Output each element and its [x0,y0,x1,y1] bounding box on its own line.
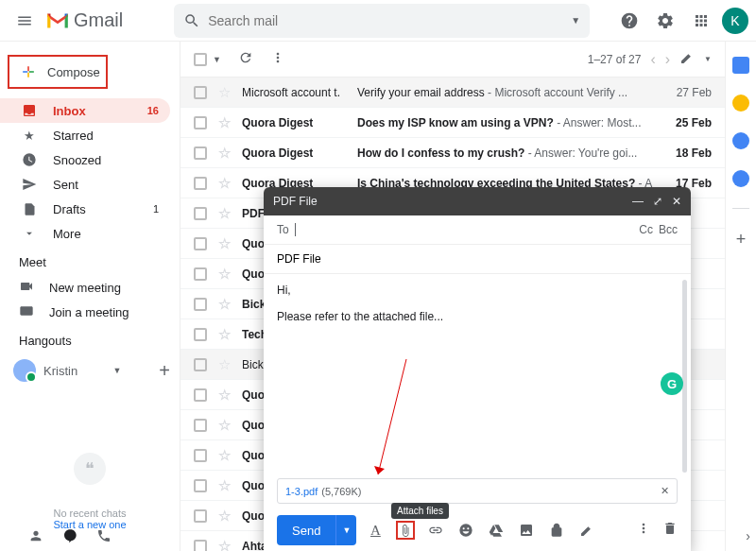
to-input[interactable] [295,223,640,236]
row-checkbox[interactable] [194,388,207,402]
row-checkbox[interactable] [194,328,207,341]
attach-files-icon[interactable] [396,521,415,540]
apps-icon[interactable] [686,6,716,36]
search-input[interactable] [208,13,571,28]
tasks-icon[interactable] [732,132,749,149]
sidebar-item-more[interactable]: More [0,221,170,246]
remove-attachment-icon[interactable]: ✕ [661,485,669,497]
image-icon[interactable] [517,521,536,540]
collapse-panel-icon[interactable]: › [746,528,750,543]
pen-icon[interactable] [577,521,596,540]
search-bar[interactable]: ▼ [174,4,590,38]
help-icon[interactable] [614,6,644,36]
cc-button[interactable]: Cc [639,223,653,236]
attachment-size: (5,769K) [321,486,361,497]
discard-icon[interactable] [662,521,678,540]
keep-icon[interactable] [732,95,749,112]
close-icon[interactable]: ✕ [672,195,681,208]
gmail-logo[interactable]: Gmail [45,9,123,31]
row-checkbox[interactable] [194,540,207,552]
scrollbar[interactable] [682,280,687,473]
next-page-icon[interactable]: › [665,51,670,68]
sidebar-item-inbox[interactable]: Inbox 16 [0,98,170,123]
row-checkbox[interactable] [194,177,207,190]
emoji-icon[interactable] [456,521,475,540]
contacts-icon[interactable] [732,170,749,187]
new-meeting[interactable]: New meeting [0,275,180,300]
email-row[interactable]: ☆Microsoft account t.Verify your email a… [180,77,725,108]
row-checkbox[interactable] [194,207,207,220]
join-meeting[interactable]: Join a meeting [0,300,180,324]
star-icon[interactable]: ☆ [218,235,231,252]
prev-page-icon[interactable]: ‹ [650,51,655,68]
bcc-button[interactable]: Bcc [659,223,678,236]
attachment-chip[interactable]: 1-3.pdf (5,769K) ✕ [277,478,678,504]
search-options-icon[interactable]: ▼ [571,15,580,26]
row-checkbox[interactable] [194,116,207,129]
row-checkbox[interactable] [194,479,207,492]
star-icon[interactable]: ☆ [218,114,231,131]
drive-icon[interactable] [487,521,506,540]
minimize-icon[interactable]: — [632,195,644,208]
settings-icon[interactable] [650,6,680,36]
star-icon[interactable]: ☆ [218,296,231,313]
phone-icon[interactable] [96,528,112,547]
row-checkbox[interactable] [194,509,207,523]
more-options-icon[interactable] [636,521,651,540]
calendar-icon[interactable] [732,57,749,74]
star-icon[interactable]: ☆ [218,387,231,404]
sidebar-item-snoozed[interactable]: Snoozed [0,147,170,172]
sidebar-item-drafts[interactable]: Drafts 1 [0,197,170,221]
hangouts-icon[interactable] [62,528,77,547]
compose-button[interactable]: Compose [9,57,110,87]
select-all-checkbox[interactable] [194,53,207,66]
star-icon[interactable]: ☆ [218,175,231,192]
chevron-down-icon[interactable]: ▼ [704,55,712,63]
row-checkbox[interactable] [194,358,207,371]
email-row[interactable]: ☆Quora DigestDoes my ISP know am using a… [180,108,725,138]
row-checkbox[interactable] [194,237,207,250]
star-icon[interactable]: ☆ [218,145,231,162]
grammarly-icon[interactable]: G [661,372,683,395]
expand-icon[interactable]: ⤢ [653,195,662,208]
star-icon[interactable]: ☆ [218,447,231,464]
menu-icon[interactable] [8,4,42,38]
compose-title-bar[interactable]: PDF File — ⤢ ✕ [264,187,691,215]
row-checkbox[interactable] [194,86,207,99]
star-icon[interactable]: ☆ [218,326,231,343]
to-field-row[interactable]: To Cc Bcc [264,215,691,245]
row-checkbox[interactable] [194,449,207,462]
star-icon[interactable]: ☆ [218,356,231,373]
add-addon-icon[interactable]: + [736,230,747,250]
star-icon[interactable]: ☆ [218,417,231,434]
chevron-down-icon[interactable]: ▼ [112,366,121,375]
subject-field[interactable]: PDF File [264,245,691,274]
refresh-icon[interactable] [238,50,253,68]
star-icon[interactable]: ☆ [218,538,231,552]
chevron-down-icon[interactable]: ▼ [213,55,221,64]
row-checkbox[interactable] [194,146,207,160]
row-checkbox[interactable] [194,267,207,281]
row-checkbox[interactable] [194,419,207,432]
row-checkbox[interactable] [194,298,207,311]
input-settings-icon[interactable] [679,50,695,68]
formatting-icon[interactable]: A [366,521,385,540]
send-options-button[interactable]: ▼ [335,515,356,545]
hangouts-user[interactable]: Kristin ▼ + [0,353,180,387]
user-avatar[interactable]: K [722,8,748,34]
sidebar-item-starred[interactable]: ★ Starred [0,123,170,147]
compose-body[interactable]: Hi, Please refer to the attached file...… [264,274,691,478]
more-icon[interactable] [270,50,285,68]
star-icon[interactable]: ☆ [218,266,231,283]
send-button[interactable]: Send [277,515,335,545]
email-row[interactable]: ☆Quora DigestHow do I confess to my crus… [180,138,725,168]
star-icon[interactable]: ☆ [218,477,231,494]
star-icon[interactable]: ☆ [218,508,231,525]
star-icon[interactable]: ☆ [218,84,231,101]
star-icon[interactable]: ☆ [218,205,231,222]
person-icon[interactable] [28,528,43,547]
add-contact-button[interactable]: + [159,360,170,382]
link-icon[interactable] [426,521,445,540]
sidebar-item-sent[interactable]: Sent [0,172,170,197]
confidential-icon[interactable] [547,521,566,540]
